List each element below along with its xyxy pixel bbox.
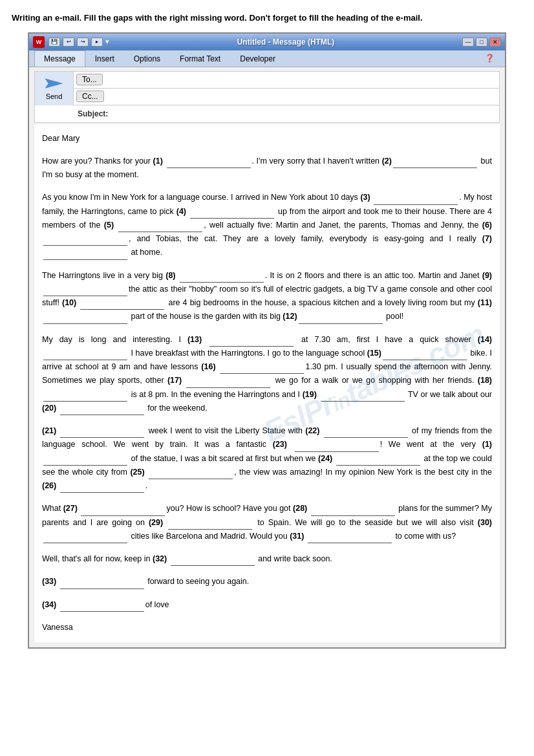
to-input[interactable] <box>105 72 499 88</box>
paragraph8: (33) forward to seeing you again. <box>42 575 492 589</box>
paragraph4: My day is long and interesting. I (13) a… <box>42 333 492 416</box>
maximize-button[interactable]: □ <box>476 38 487 47</box>
tab-format-text[interactable]: Format Text <box>170 50 230 67</box>
closing: Vanessa <box>42 621 492 634</box>
ribbon: Message Insert Options Format Text Devel… <box>29 50 505 67</box>
arrow-icon[interactable]: ▸ <box>91 38 103 47</box>
redo-icon[interactable]: ↪ <box>77 38 89 47</box>
paragraph9: (34) of love <box>42 598 492 612</box>
paragraph2: As you know I'm in New York for a langua… <box>42 191 492 259</box>
cc-input[interactable] <box>107 89 499 105</box>
tab-message[interactable]: Message <box>34 50 85 67</box>
cc-button[interactable]: Cc... <box>76 91 104 102</box>
title-bar: W 💾 ↩ ↪ ▸ ▾ Untitled - Message (HTML) — … <box>29 34 505 50</box>
paragraph3: The Harringtons live in a very big (8) .… <box>42 269 492 324</box>
tab-insert[interactable]: Insert <box>85 50 124 67</box>
paragraph7: Well, that's all for now, keep in (32) a… <box>42 552 492 566</box>
app-icon: W <box>33 36 45 48</box>
paragraph5: (21) week I went to visit the Liberty St… <box>42 424 492 493</box>
greeting: Dear Mary <box>42 132 492 146</box>
minimize-button[interactable]: — <box>462 38 474 47</box>
tab-options[interactable]: Options <box>124 50 170 67</box>
paragraph6: What (27) you? How is school? Have you g… <box>42 502 492 543</box>
window-title: Untitled - Message (HTML) <box>237 38 335 47</box>
help-icon[interactable]: ❓ <box>480 50 500 67</box>
paragraph1: How are you? Thanks for your (1) . I'm v… <box>42 155 492 182</box>
subject-input[interactable] <box>112 105 499 122</box>
undo-icon[interactable]: ↩ <box>63 38 74 47</box>
subject-label: Subject: <box>74 109 112 118</box>
to-button[interactable]: To... <box>76 74 103 85</box>
send-button[interactable]: Send <box>45 76 63 100</box>
instructions: Writing an e-mail. Fill the gaps with th… <box>12 12 516 25</box>
email-window: W 💾 ↩ ↪ ▸ ▾ Untitled - Message (HTML) — … <box>28 32 506 649</box>
tab-developer[interactable]: Developer <box>230 50 285 67</box>
email-body: EslPrintables.com Dear Mary How are you?… <box>34 124 500 643</box>
close-button[interactable]: ✕ <box>489 38 501 47</box>
save-icon[interactable]: 💾 <box>48 38 60 47</box>
